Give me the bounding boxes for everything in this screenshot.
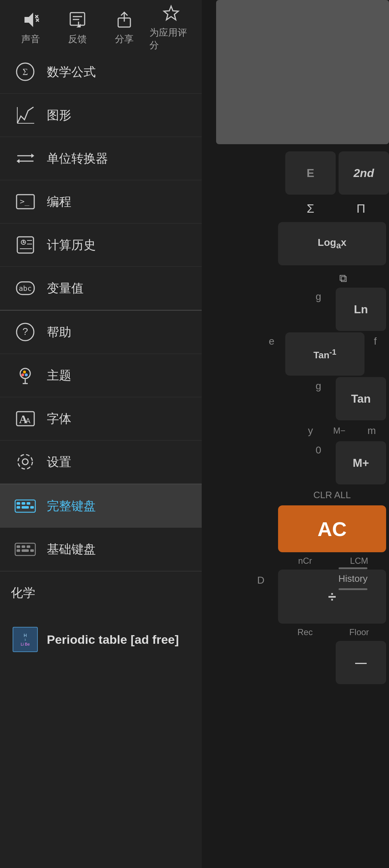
- menu-item-math-formula[interactable]: Σ 数学公式: [0, 50, 202, 94]
- history-label[interactable]: History: [339, 573, 368, 584]
- font-label: 字体: [47, 411, 71, 427]
- unit-converter-label: 单位转换器: [47, 150, 108, 167]
- unit-converter-icon: [11, 144, 40, 173]
- calc-mminus-label: M−: [321, 422, 357, 440]
- calc-pi[interactable]: Π: [336, 198, 386, 219]
- settings-icon: [11, 448, 40, 477]
- svg-text:A: A: [26, 417, 31, 425]
- calc-clrall-label: CLR ALL: [278, 486, 386, 504]
- svg-rect-56: [27, 545, 30, 548]
- menu-item-theme[interactable]: 主题: [0, 354, 202, 397]
- calc-btn-mplus[interactable]: M+: [336, 441, 386, 484]
- svg-rect-50: [17, 506, 20, 509]
- rate-icon: [158, 3, 184, 24]
- calc-sigma[interactable]: Σ: [285, 198, 336, 219]
- svg-point-36: [21, 373, 24, 376]
- basic-keyboard-icon: [11, 535, 40, 564]
- svg-rect-59: [30, 549, 34, 552]
- share-label: 分享: [115, 33, 134, 45]
- menu-item-variables[interactable]: abc 变量值: [0, 267, 202, 310]
- toolbar-item-feedback[interactable]: 反馈: [54, 5, 101, 49]
- calc-btn-minus[interactable]: —: [336, 641, 386, 684]
- svg-marker-12: [164, 6, 178, 20]
- feedback-icon: [65, 9, 90, 31]
- svg-text:?: ?: [22, 326, 28, 337]
- svg-marker-0: [24, 13, 33, 27]
- svg-rect-23: [17, 237, 33, 253]
- settings-label: 设置: [47, 454, 71, 470]
- calc-f: f: [365, 332, 386, 350]
- svg-point-38: [23, 371, 26, 373]
- calc-btn-e[interactable]: E: [285, 151, 336, 195]
- calc-m: m: [357, 422, 386, 440]
- calc-d: D: [246, 570, 275, 591]
- chemistry-label: 化学: [11, 585, 35, 601]
- graph-icon: [11, 101, 40, 130]
- periodic-table-label: Periodic table [ad free]: [47, 633, 179, 647]
- menu-item-unit-converter[interactable]: 单位转换器: [0, 137, 202, 180]
- calc-history-label: 计算历史: [47, 237, 96, 253]
- calc-e-small: e: [261, 332, 282, 350]
- keyboard-item-periodic[interactable]: H 1 Li Be Periodic table [ad free]: [0, 614, 202, 665]
- calc-zero: 0: [304, 441, 333, 459]
- svg-rect-47: [17, 502, 20, 505]
- basic-keyboard-label: 基础键盘: [47, 541, 96, 558]
- svg-point-35: [20, 368, 30, 378]
- svg-point-37: [25, 373, 28, 376]
- calc-btn-2nd[interactable]: 2nd: [339, 151, 389, 195]
- calc-rec-label: Rec: [278, 625, 332, 639]
- calc-floor-label: Floor: [332, 625, 386, 639]
- svg-rect-49: [27, 502, 30, 505]
- help-label: 帮助: [47, 324, 71, 341]
- variables-label: 变量值: [47, 280, 84, 297]
- svg-text:Σ: Σ: [22, 67, 28, 77]
- svg-rect-55: [22, 545, 25, 548]
- keyboard-item-chemistry[interactable]: 化学: [0, 571, 202, 614]
- calculator-buttons-area: E 2nd Σ Π Logax ⧉ g Ln: [216, 151, 389, 686]
- help-icon: ?: [11, 318, 40, 347]
- menu-item-settings[interactable]: 设置: [0, 440, 202, 484]
- svg-text:abc: abc: [18, 284, 31, 293]
- toolbar-item-sound[interactable]: 声音: [7, 5, 54, 49]
- top-toolbar: 声音 反馈: [0, 0, 202, 50]
- math-formula-icon: Σ: [11, 58, 40, 87]
- history-line-bottom: [339, 588, 367, 590]
- keyboard-item-full[interactable]: 完整键盘: [0, 484, 202, 528]
- variables-icon: abc: [11, 274, 40, 303]
- feedback-label: 反馈: [68, 33, 87, 45]
- history-section: History: [317, 566, 389, 592]
- calc-btn-ln[interactable]: Ln: [336, 288, 386, 331]
- svg-rect-48: [22, 502, 25, 505]
- sound-icon: [18, 9, 43, 31]
- svg-rect-54: [17, 545, 20, 548]
- toolbar-item-rate[interactable]: 为应用评分: [148, 0, 194, 55]
- calculator-background: E 2nd Σ Π Logax ⧉ g Ln: [194, 0, 389, 868]
- svg-text:>_: >_: [20, 197, 30, 206]
- svg-marker-18: [31, 154, 34, 158]
- menu-item-programming[interactable]: >_ 编程: [0, 180, 202, 223]
- font-icon: A A: [11, 404, 40, 433]
- menu-item-font[interactable]: A A 字体: [0, 397, 202, 440]
- history-line-top: [339, 567, 367, 569]
- theme-icon: [11, 361, 40, 390]
- copy-icon[interactable]: ⧉: [336, 267, 386, 285]
- full-keyboard-label: 完整键盘: [47, 498, 96, 514]
- calc-btn-tan[interactable]: Tan: [336, 377, 386, 420]
- theme-label: 主题: [47, 367, 71, 384]
- keyboard-item-basic[interactable]: 基础键盘: [0, 528, 202, 571]
- toolbar-item-share[interactable]: 分享: [101, 5, 148, 49]
- svg-point-45: [18, 455, 32, 469]
- calc-btn-logax[interactable]: Logax: [278, 222, 386, 265]
- calc-btn-taninv[interactable]: Tan-1: [285, 332, 365, 376]
- programming-icon: >_: [11, 187, 40, 216]
- svg-rect-51: [22, 506, 29, 509]
- calc-g: g: [304, 288, 333, 306]
- side-menu: 声音 反馈: [0, 0, 202, 868]
- svg-marker-20: [17, 159, 19, 163]
- menu-item-help[interactable]: ? 帮助: [0, 311, 202, 354]
- svg-rect-58: [22, 549, 29, 552]
- programming-label: 编程: [47, 194, 71, 210]
- menu-item-graph[interactable]: 图形: [0, 94, 202, 137]
- calc-btn-ac[interactable]: AC: [278, 505, 386, 552]
- menu-item-calc-history[interactable]: 计算历史: [0, 223, 202, 267]
